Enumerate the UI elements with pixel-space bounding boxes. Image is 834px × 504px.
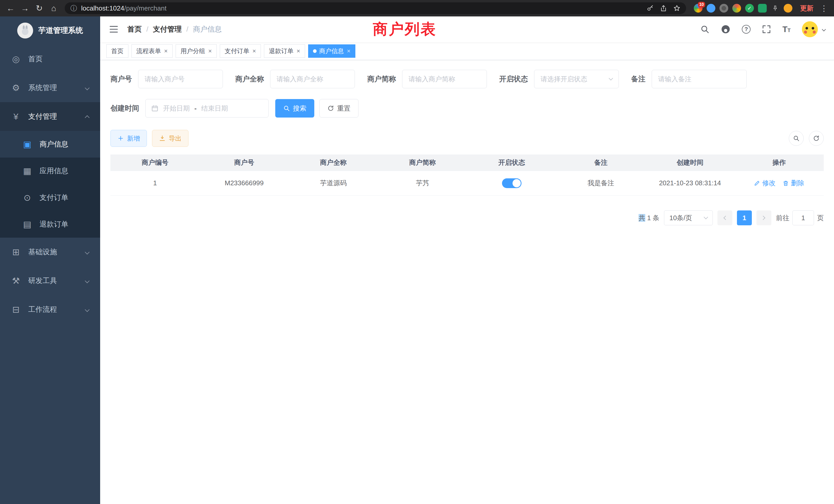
chevron-down-icon — [85, 86, 89, 90]
app-title: 芋道管理系统 — [38, 25, 83, 36]
bookmark-star-icon[interactable] — [673, 5, 680, 12]
cell-merchant-no: M233666999 — [199, 179, 289, 187]
tab-refund-order[interactable]: 退款订单× — [264, 44, 305, 58]
edit-button[interactable]: 修改 — [754, 179, 775, 188]
table-header: 商户编号 商户号 商户全称 商户简称 开启状态 备注 创建时间 操作 — [110, 155, 824, 171]
cell-created-at: 2021-10-23 08:31:14 — [645, 179, 734, 187]
sidebar-item-workflow[interactable]: ⊟ 工作流程 — [0, 295, 100, 324]
pagination-total: 共 1 条 — [639, 213, 659, 223]
font-size-icon[interactable]: TT — [783, 25, 791, 34]
extension-icon[interactable] — [732, 4, 741, 13]
add-button[interactable]: 新增 — [110, 130, 147, 147]
close-icon[interactable]: × — [208, 48, 212, 54]
date-end-placeholder: 结束日期 — [201, 104, 228, 113]
refresh-table-button[interactable] — [809, 131, 824, 146]
create-time-range-picker[interactable]: 开始日期 - 结束日期 — [145, 99, 269, 117]
close-icon[interactable]: × — [297, 48, 300, 54]
extension-icon[interactable]: ✓ — [745, 4, 754, 13]
sidebar-item-merchant-info[interactable]: ▣ 商户信息 — [0, 131, 100, 158]
browser-home-button[interactable]: ⌂ — [47, 2, 60, 15]
extension-icon[interactable] — [758, 4, 767, 13]
breadcrumb-home[interactable]: 首页 — [127, 24, 142, 34]
page-unit-label: 页 — [817, 213, 824, 223]
extension-icon[interactable] — [720, 4, 728, 13]
password-key-icon[interactable] — [646, 5, 654, 12]
tab-merchant-info[interactable]: 商户信息× — [308, 44, 355, 58]
status-toggle[interactable] — [502, 178, 522, 188]
cell-remark: 我是备注 — [556, 179, 645, 188]
top-navbar: 首页 / 支付管理 / 商户信息 商户列表 ? TT — [100, 17, 834, 42]
url-bar[interactable]: ⓘ localhost:1024/pay/merchant — [65, 2, 686, 14]
sidebar-item-pay-order[interactable]: ⊙ 支付订单 — [0, 184, 100, 211]
sidebar-item-devtools[interactable]: ⚒ 研发工具 — [0, 266, 100, 295]
next-page-button[interactable] — [756, 210, 771, 225]
avatar-caret-icon[interactable] — [822, 27, 826, 31]
extension-badge: 10 — [698, 2, 705, 7]
breadcrumb-payment[interactable]: 支付管理 — [153, 24, 182, 34]
toggle-search-button[interactable] — [789, 131, 804, 146]
breadcrumb-current: 商户信息 — [193, 24, 222, 34]
merchant-card-icon: ▣ — [22, 139, 32, 150]
yen-icon: ¥ — [11, 112, 21, 122]
chevron-down-icon — [85, 250, 89, 254]
close-icon[interactable]: × — [347, 48, 351, 54]
sidebar-item-system[interactable]: ⚙ 系统管理 — [0, 73, 100, 102]
browser-menu-icon[interactable]: ⋮ — [818, 4, 830, 13]
sidebar-menu: ◎ 首页 ⚙ 系统管理 ¥ 支付管理 ▣ 商户信息 ▦ 应用信息 — [0, 45, 100, 324]
status-select[interactable]: 请选择开启状态 — [534, 70, 619, 88]
page-size-select[interactable]: 10条/页 — [664, 210, 713, 225]
sidebar-item-home[interactable]: ◎ 首页 — [0, 45, 100, 73]
sidebar-toggle-icon[interactable] — [109, 24, 118, 34]
browser-back-button[interactable]: ← — [4, 2, 17, 15]
browser-forward-button[interactable]: → — [19, 2, 31, 15]
prev-page-button[interactable] — [718, 210, 732, 225]
goto-page-input[interactable] — [792, 210, 814, 225]
delete-button[interactable]: 删除 — [783, 179, 804, 188]
header-search-icon[interactable] — [700, 25, 709, 34]
reset-button[interactable]: 重置 — [320, 99, 358, 117]
logo-rabbit-icon — [17, 23, 33, 39]
chevron-up-icon — [85, 115, 89, 120]
tab-home[interactable]: 首页 — [106, 44, 128, 58]
close-icon[interactable]: × — [253, 48, 256, 54]
github-icon[interactable] — [721, 24, 730, 34]
browser-reload-button[interactable]: ↻ — [33, 2, 46, 15]
status-label: 开启状态 — [499, 74, 528, 84]
close-icon[interactable]: × — [164, 48, 168, 54]
full-name-input[interactable] — [270, 70, 355, 88]
export-button[interactable]: 导出 — [152, 130, 189, 147]
sidebar-item-infrastructure[interactable]: ⊞ 基础设施 — [0, 238, 100, 266]
cell-full-name: 芋道源码 — [289, 179, 378, 188]
pay-order-icon: ⊙ — [22, 192, 32, 203]
tab-user-group[interactable]: 用户分组× — [176, 44, 217, 58]
site-info-icon[interactable]: ⓘ — [70, 4, 77, 13]
user-avatar[interactable] — [802, 21, 818, 37]
app-logo[interactable]: 芋道管理系统 — [0, 17, 100, 45]
page-1-button[interactable]: 1 — [737, 210, 752, 225]
tab-pay-order[interactable]: 支付订单× — [220, 44, 261, 58]
tab-process-form[interactable]: 流程表单× — [131, 44, 173, 58]
calendar-icon — [151, 105, 158, 112]
remark-input[interactable] — [652, 70, 747, 88]
merchant-no-input[interactable] — [138, 70, 223, 88]
tools-icon: ⚒ — [11, 276, 21, 286]
extension-icon[interactable]: 10 — [694, 4, 703, 13]
fullscreen-icon[interactable] — [762, 25, 771, 34]
gear-icon: ⚙ — [11, 83, 21, 93]
share-icon[interactable] — [660, 5, 667, 12]
browser-update-button[interactable]: 更新 — [800, 4, 813, 13]
profile-avatar[interactable] — [784, 4, 792, 13]
dashboard-icon: ◎ — [11, 54, 21, 64]
search-button[interactable]: 搜索 — [275, 99, 314, 117]
extensions-pin-icon[interactable] — [771, 4, 780, 13]
short-name-input[interactable] — [402, 70, 487, 88]
help-icon[interactable]: ? — [742, 25, 750, 33]
app-grid-icon: ▦ — [22, 166, 32, 176]
extension-icon[interactable] — [707, 4, 716, 13]
sidebar-item-refund-order[interactable]: ▤ 退款订单 — [0, 211, 100, 238]
sidebar-item-app-info[interactable]: ▦ 应用信息 — [0, 158, 100, 184]
sidebar-item-payment[interactable]: ¥ 支付管理 — [0, 102, 100, 131]
payment-submenu: ▣ 商户信息 ▦ 应用信息 ⊙ 支付订单 ▤ 退款订单 — [0, 131, 100, 238]
extensions-row: 10 ✓ — [694, 4, 792, 13]
merchant-no-label: 商户号 — [110, 74, 132, 84]
